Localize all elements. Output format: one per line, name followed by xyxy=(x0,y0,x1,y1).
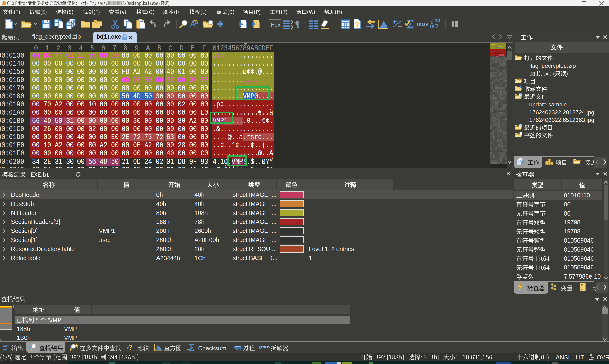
svg-text:mov: mov xyxy=(417,21,428,27)
svg-text:?: ? xyxy=(355,21,359,28)
svg-text:mov: mov xyxy=(261,344,270,350)
svg-text:¶: ¶ xyxy=(295,20,299,29)
svg-text:?: ? xyxy=(128,343,133,351)
svg-text:16: 16 xyxy=(429,24,434,29)
svg-text:10: 10 xyxy=(435,19,440,23)
